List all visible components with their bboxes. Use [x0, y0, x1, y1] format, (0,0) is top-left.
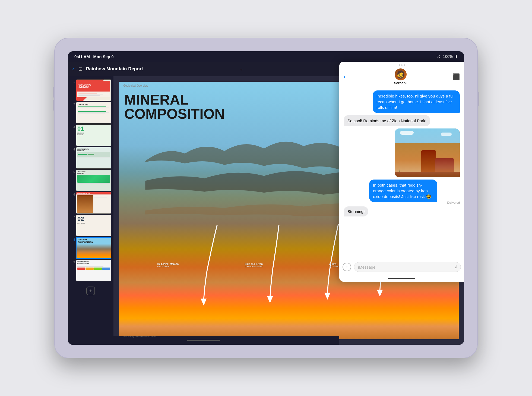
status-right: ⌘ 100% ▮ [436, 54, 458, 59]
messages-back-button[interactable]: ‹ [344, 73, 346, 80]
slide-1-thumb: GEOLOGICALOVERVIEW [76, 79, 111, 101]
dot-2 [401, 64, 403, 66]
dot-3 [404, 64, 405, 66]
sent-message-2-wrapper: In both cases, that reddish-orange color… [369, 180, 460, 204]
title-chevron-icon[interactable]: ⌄ [240, 67, 243, 71]
mineral-label-blue: Blue and Green Chlorite, Iron Silicate [245, 263, 263, 267]
sent-message-2: In both cases, that reddish-orange color… [369, 180, 437, 202]
messages-top-dots [339, 62, 464, 67]
mineral-color-blue: Blue and Green [245, 263, 263, 265]
slide-5[interactable]: 5 TECTONICFORCES [70, 169, 111, 191]
messages-body[interactable]: Incredible hikes, too. I'll give you guy… [339, 87, 464, 260]
image-placeholder [395, 128, 460, 177]
battery-icon: ▮ [455, 54, 458, 59]
add-slide-button[interactable]: + [86, 287, 95, 295]
sidebar-toggle-button[interactable]: ⊡ [78, 66, 83, 72]
message-input-wrapper: iMessage 🎙 [354, 262, 461, 272]
slide-4[interactable]: 4 SEDIMENTARYFORCES [70, 147, 111, 169]
mineral-color-red: Red, Pink, Maroon [157, 263, 179, 265]
slide-footer-left: Site Survey · Geoscience Initiative [123, 335, 156, 338]
contact-chevron-icon: › [407, 81, 408, 84]
mineral-label-red: Red, Pink, Maroon Iron, Hematite [157, 263, 179, 267]
slide-panel-bottom: + [68, 282, 113, 300]
contact-name[interactable]: Sercan [394, 81, 406, 85]
messages-panel: ‹ 🧔 Sercan › ⬛ [339, 62, 464, 282]
ipad-frame: 9:41 AM Mon Sep 9 ⌘ 100% ▮ ‹ ⊡ Rainbow M… [54, 38, 478, 358]
received-message-1: So cool! Reminds me of Zion National Par… [344, 115, 430, 126]
battery-percent: 100% [443, 54, 453, 59]
status-bar: 9:41 AM Mon Sep 9 ⌘ 100% ▮ [68, 51, 464, 62]
slide-title: MINERAL COMPOSITION [124, 93, 225, 121]
message-placeholder: iMessage [358, 265, 375, 269]
status-time: 9:41 AM Mon Sep 9 [74, 54, 114, 59]
power-button[interactable] [478, 92, 479, 106]
slide-1[interactable]: 1 GEOLOGICALOVERVIEW [70, 79, 111, 101]
messages-home-indicator [388, 278, 415, 279]
mic-button[interactable]: 🎙 [454, 265, 458, 269]
slide-2[interactable]: 2 CONTENTS [70, 102, 111, 124]
contact-info: 🧔 Sercan › [349, 68, 452, 85]
slide-8[interactable]: 8 MINERALCOMPOSITION [70, 237, 111, 259]
received-message-stunning: Stunning! [344, 206, 368, 216]
volume-up-button[interactable] [53, 87, 54, 98]
slide-header-left: Geological Overview [123, 84, 148, 87]
message-add-button[interactable]: + [343, 263, 351, 271]
ipad-screen: 9:41 AM Mon Sep 9 ⌘ 100% ▮ ‹ ⊡ Rainbow M… [68, 51, 464, 345]
message-input-field[interactable]: iMessage [354, 262, 461, 272]
back-button[interactable]: ‹ [72, 65, 74, 73]
volume-down-button[interactable] [53, 100, 54, 111]
contact-avatar: 🧔 [395, 68, 407, 80]
sent-message-1: Incredible hikes, too. I'll give you guy… [373, 90, 460, 113]
mineral-mineral-blue: Chlorite, Iron Silicate [245, 265, 263, 267]
wifi-icon: ⌘ [436, 54, 440, 59]
messages-header: ‹ 🧔 Sercan › ⬛ [339, 67, 464, 87]
dot-1 [399, 64, 400, 66]
message-input-bar: + iMessage 🎙 [339, 260, 464, 275]
message-delivered-status: Delivered [369, 201, 460, 204]
mineral-mineral-red: Iron, Hematite [157, 265, 179, 267]
slide-9[interactable]: 9 SEDIMENTARYCOMPOSITION [70, 260, 111, 281]
document-title: Rainbow Mountain Report [86, 66, 237, 72]
slide-6[interactable]: 6 IGNEOUS FORCES [70, 192, 111, 214]
slide-3[interactable]: 3 01 IGNEOUSFORCES [70, 124, 111, 146]
messages-home-bar [339, 275, 464, 282]
slide-7[interactable]: 7 02 CONTENTS [70, 215, 111, 236]
video-call-button[interactable]: ⬛ [452, 73, 460, 80]
slide-footer: Site Survey · Geoscience Initiative [123, 335, 454, 338]
image-message [395, 128, 460, 177]
home-indicator [187, 340, 220, 341]
app-area: ‹ ⊡ Rainbow Mountain Report ⌄ ··· ▶ ⊞ ◷ … [68, 62, 464, 345]
slide-panel: 1 GEOLOGICALOVERVIEW [68, 76, 113, 345]
